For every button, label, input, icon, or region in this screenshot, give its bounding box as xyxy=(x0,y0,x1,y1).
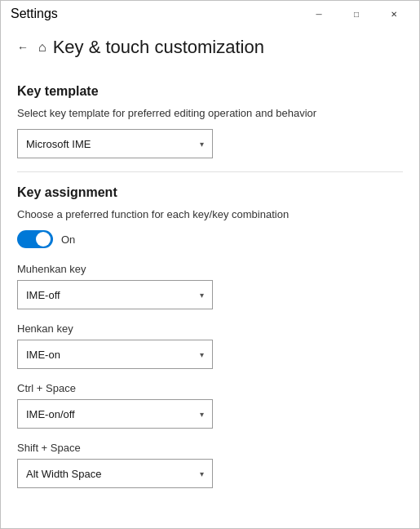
title-bar-left: Settings xyxy=(11,7,58,21)
muhenkan-dropdown-arrow: ▾ xyxy=(200,291,204,300)
shift-space-label: Shift + Space xyxy=(17,442,403,454)
shift-space-dropdown-arrow: ▾ xyxy=(200,469,204,478)
title-bar-title: Settings xyxy=(11,7,58,21)
minimize-button[interactable]: ─ xyxy=(300,1,338,27)
muhenkan-value: IME-off xyxy=(26,289,60,301)
shift-space-dropdown[interactable]: Alt Width Space ▾ xyxy=(17,459,213,488)
page-title-text: Key & touch customization xyxy=(53,37,264,58)
muhenkan-dropdown[interactable]: IME-off ▾ xyxy=(17,280,213,309)
henkan-value: IME-on xyxy=(26,349,60,361)
key-template-description: Select key template for preferred editin… xyxy=(17,107,403,119)
henkan-dropdown[interactable]: IME-on ▾ xyxy=(17,340,213,369)
back-icon: ← xyxy=(17,41,29,54)
home-icon: ⌂ xyxy=(38,40,46,55)
key-template-section-title: Key template xyxy=(17,84,403,99)
ctrl-space-label: Ctrl + Space xyxy=(17,382,403,394)
henkan-dropdown-arrow: ▾ xyxy=(200,350,204,359)
shift-space-value: Alt Width Space xyxy=(26,468,102,480)
maximize-button[interactable]: □ xyxy=(338,1,375,27)
key-assignment-description: Choose a preferred function for each key… xyxy=(17,208,403,220)
close-button[interactable]: ✕ xyxy=(375,1,413,27)
toggle-knob xyxy=(36,232,51,247)
settings-window: Settings ─ □ ✕ ← ⌂ Key & touch customiza… xyxy=(0,0,420,529)
page-header: ← ⌂ Key & touch customization xyxy=(17,27,403,71)
ctrl-space-value: IME-on/off xyxy=(26,408,75,420)
title-bar-controls: ─ □ ✕ xyxy=(300,1,413,27)
section-divider-1 xyxy=(17,171,403,172)
key-assignment-toggle[interactable] xyxy=(17,230,53,248)
henkan-label: Henkan key xyxy=(17,322,403,335)
key-template-dropdown-arrow: ▾ xyxy=(200,140,204,149)
key-template-dropdown[interactable]: Microsoft IME ▾ xyxy=(17,129,213,158)
key-template-value: Microsoft IME xyxy=(26,138,91,150)
muhenkan-label: Muhenkan key xyxy=(17,263,403,275)
title-bar: Settings ─ □ ✕ xyxy=(1,1,419,27)
back-button[interactable]: ← xyxy=(17,41,29,54)
ctrl-space-dropdown[interactable]: IME-on/off ▾ xyxy=(17,399,213,429)
content-area: ← ⌂ Key & touch customization Key templa… xyxy=(1,27,419,528)
toggle-label: On xyxy=(61,233,75,246)
key-assignment-section-title: Key assignment xyxy=(17,185,403,200)
page-title: ⌂ Key & touch customization xyxy=(38,37,264,58)
ctrl-space-dropdown-arrow: ▾ xyxy=(200,410,204,419)
toggle-row: On xyxy=(17,230,403,248)
